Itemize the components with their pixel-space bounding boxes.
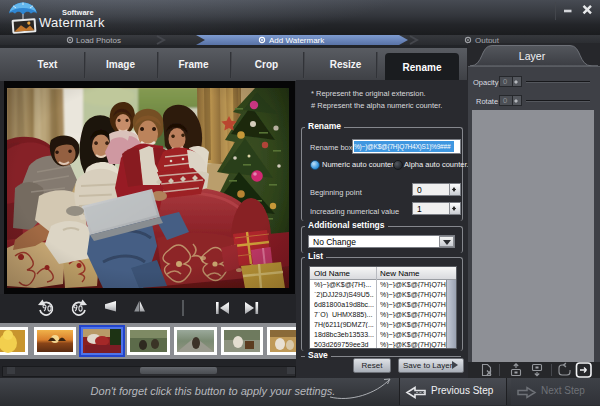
svg-text:Layer: Layer (519, 50, 546, 62)
